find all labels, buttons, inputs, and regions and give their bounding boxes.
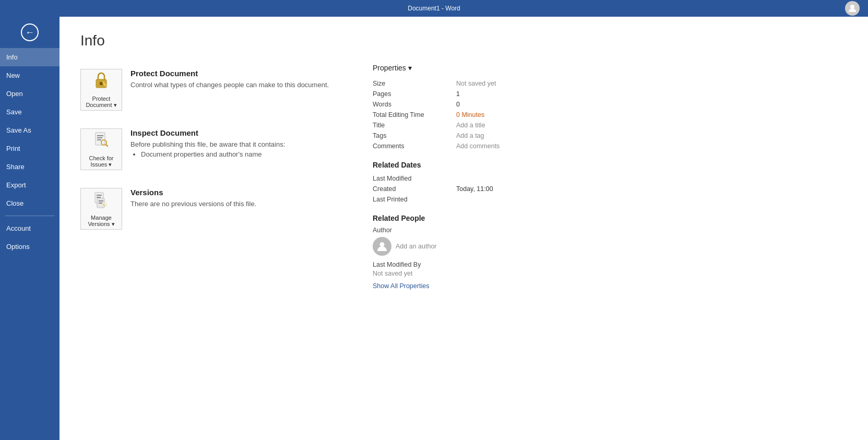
back-button[interactable]: ← (18, 21, 41, 44)
prop-label-comments: Comments (373, 141, 456, 151)
sidebar-item-close[interactable]: Close (0, 194, 60, 212)
last-modified-by-label: Last Modified By (373, 261, 847, 268)
last-modified-by-container: Last Modified By Not saved yet (373, 261, 847, 277)
svg-rect-13 (97, 197, 101, 198)
protect-document-button[interactable]: ProtectDocument ▾ (80, 69, 122, 111)
sidebar-item-info[interactable]: Info (0, 48, 60, 66)
inspect-title: Inspect Document (130, 128, 285, 137)
title-bar-text: Document1 - Word (408, 5, 460, 12)
sidebar-item-share[interactable]: Share (0, 158, 60, 176)
manage-versions-icon-label: ManageVersions ▾ (88, 215, 114, 228)
svg-rect-5 (96, 133, 105, 145)
versions-text: Versions There are no previous versions … (130, 188, 256, 210)
author-avatar (373, 237, 391, 256)
sidebar-item-new[interactable]: New (0, 66, 60, 85)
user-avatar (845, 1, 860, 16)
properties-header[interactable]: Properties ▾ (373, 64, 847, 72)
inspect-section: Check forIssues ▾ Inspect Document Befor… (80, 123, 341, 175)
prop-value-pages: 1 (456, 89, 847, 99)
protect-text: Protect Document Control what types of c… (130, 69, 329, 91)
versions-icon (93, 190, 110, 212)
content-area: Info (60, 17, 868, 440)
inspect-description: Before publishing this file, be aware th… (130, 140, 285, 148)
prop-value-comments[interactable]: Add comments (456, 141, 847, 151)
sidebar-item-open[interactable]: Open (0, 85, 60, 103)
prop-label-pages: Pages (373, 89, 456, 99)
right-panel: Properties ▾ Size Not saved yet Pages 1 … (373, 64, 847, 290)
lock-icon (93, 71, 110, 93)
prop-value-created: Today, 11:00 (456, 184, 847, 194)
last-modified-by-value: Not saved yet (373, 270, 847, 277)
protect-icon-label: ProtectDocument ▾ (86, 96, 116, 109)
svg-rect-8 (97, 139, 101, 140)
prop-label-title: Title (373, 120, 456, 130)
versions-section: ManageVersions ▾ Versions There are no p… (80, 183, 341, 235)
related-dates-table: Last Modified Created Today, 11:00 Last … (373, 173, 847, 205)
svg-rect-12 (97, 195, 102, 196)
prop-value-title[interactable]: Add a title (456, 120, 847, 130)
inspect-text: Inspect Document Before publishing this … (130, 128, 285, 158)
prop-label-editing-time: Total Editing Time (373, 110, 456, 120)
versions-title: Versions (130, 188, 256, 197)
sections-row: ProtectDocument ▾ Protect Document Contr… (80, 64, 847, 290)
sidebar: ← Info New Open Save Save As Print Share… (0, 17, 60, 440)
svg-rect-16 (99, 203, 102, 204)
prop-label-size: Size (373, 78, 456, 89)
main-layout: ← Info New Open Save Save As Print Share… (0, 17, 868, 440)
inspect-icon (93, 130, 110, 153)
sidebar-item-save[interactable]: Save (0, 103, 60, 121)
prop-value-tags[interactable]: Add a tag (456, 130, 847, 141)
manage-versions-button[interactable]: ManageVersions ▾ (80, 188, 122, 230)
back-circle-icon: ← (21, 23, 39, 41)
prop-value-editing-time: 0 Minutes (456, 110, 847, 120)
check-issues-button[interactable]: Check forIssues ▾ (80, 128, 122, 170)
sidebar-divider (5, 216, 54, 216)
show-all-properties-link[interactable]: Show All Properties (373, 282, 847, 290)
author-label: Author (373, 227, 847, 234)
prop-label-last-modified: Last Modified (373, 173, 456, 184)
prop-label-tags: Tags (373, 130, 456, 141)
title-bar-right (845, 1, 860, 16)
svg-line-10 (106, 145, 108, 146)
page-title: Info (80, 32, 847, 49)
protect-title: Protect Document (130, 69, 329, 78)
svg-point-0 (850, 5, 854, 9)
sidebar-item-saveas[interactable]: Save As (0, 121, 60, 139)
author-row-container: Author Add an author (373, 227, 847, 256)
prop-value-last-printed (456, 194, 847, 205)
svg-point-21 (380, 242, 385, 247)
left-sections: ProtectDocument ▾ Protect Document Contr… (80, 64, 341, 235)
prop-value-last-modified (456, 173, 847, 184)
versions-description: There are no previous versions of this f… (130, 200, 256, 208)
protect-section: ProtectDocument ▾ Protect Document Contr… (80, 64, 341, 116)
sidebar-item-options[interactable]: Options (0, 237, 60, 256)
svg-rect-6 (97, 135, 103, 136)
add-author-text[interactable]: Add an author (396, 243, 437, 250)
related-dates-heading: Related Dates (373, 161, 847, 169)
author-row: Add an author (373, 237, 847, 256)
svg-point-3 (100, 82, 102, 84)
prop-value-size: Not saved yet (456, 78, 847, 89)
inspect-list-item: Document properties and author's name (141, 150, 285, 158)
properties-table: Size Not saved yet Pages 1 Words 0 Total… (373, 78, 847, 151)
protect-description: Control what types of changes people can… (130, 81, 329, 89)
sidebar-item-export[interactable]: Export (0, 176, 60, 194)
prop-label-created: Created (373, 184, 456, 194)
svg-rect-15 (99, 200, 103, 201)
related-people-heading: Related People (373, 214, 847, 222)
title-bar: Document1 - Word (0, 0, 868, 17)
sidebar-item-print[interactable]: Print (0, 139, 60, 158)
prop-value-words: 0 (456, 99, 847, 110)
inspect-list: Document properties and author's name (141, 150, 285, 158)
check-issues-icon-label: Check forIssues ▾ (89, 155, 113, 168)
svg-rect-7 (97, 137, 102, 138)
prop-label-last-printed: Last Printed (373, 194, 456, 205)
prop-label-words: Words (373, 99, 456, 110)
sidebar-item-account[interactable]: Account (0, 219, 60, 237)
sidebar-nav: Info New Open Save Save As Print Share E… (0, 48, 60, 440)
